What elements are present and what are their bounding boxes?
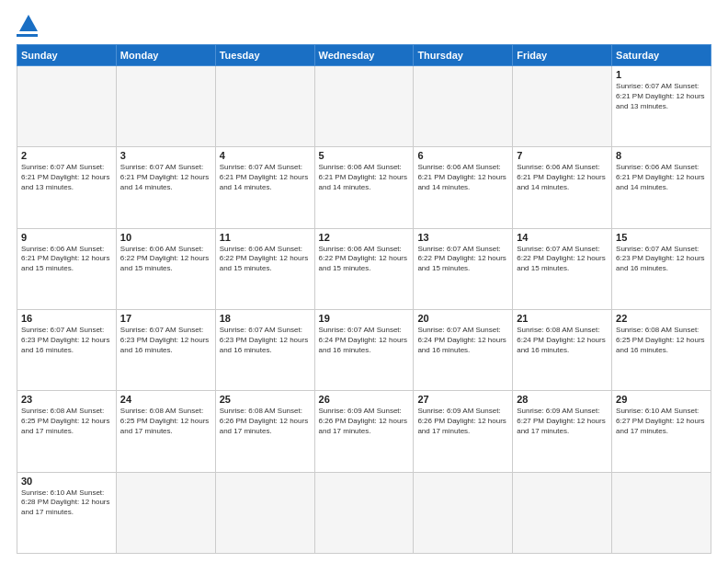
calendar-cell: 27Sunrise: 6:09 AM Sunset: 6:26 PM Dayli… (414, 391, 513, 472)
day-number: 21 (517, 313, 608, 324)
day-number: 16 (21, 313, 112, 324)
day-info: Sunrise: 6:08 AM Sunset: 6:25 PM Dayligh… (120, 407, 211, 436)
day-info: Sunrise: 6:08 AM Sunset: 6:26 PM Dayligh… (220, 407, 311, 436)
calendar-cell: 17Sunrise: 6:07 AM Sunset: 6:23 PM Dayli… (116, 309, 215, 390)
day-info: Sunrise: 6:07 AM Sunset: 6:24 PM Dayligh… (319, 326, 410, 355)
weekday-header-thursday: Thursday (414, 45, 513, 66)
day-info: Sunrise: 6:07 AM Sunset: 6:21 PM Dayligh… (120, 163, 211, 192)
logo (17, 15, 38, 37)
weekday-header-sunday: Sunday (17, 45, 117, 66)
calendar-cell: 24Sunrise: 6:08 AM Sunset: 6:25 PM Dayli… (116, 391, 215, 472)
calendar-cell: 30Sunrise: 6:10 AM Sunset: 6:28 PM Dayli… (17, 472, 117, 553)
week-row-6: 30Sunrise: 6:10 AM Sunset: 6:28 PM Dayli… (17, 472, 711, 553)
day-info: Sunrise: 6:07 AM Sunset: 6:23 PM Dayligh… (21, 326, 112, 355)
day-info: Sunrise: 6:07 AM Sunset: 6:21 PM Dayligh… (220, 163, 311, 192)
day-number: 9 (21, 232, 112, 243)
day-number: 6 (417, 150, 508, 161)
calendar-cell (414, 66, 513, 147)
calendar-cell: 13Sunrise: 6:07 AM Sunset: 6:22 PM Dayli… (414, 228, 513, 309)
day-number: 4 (220, 150, 311, 161)
day-info: Sunrise: 6:07 AM Sunset: 6:24 PM Dayligh… (417, 326, 508, 355)
calendar-cell: 2Sunrise: 6:07 AM Sunset: 6:21 PM Daylig… (17, 147, 117, 228)
calendar-cell: 10Sunrise: 6:06 AM Sunset: 6:22 PM Dayli… (116, 228, 215, 309)
day-info: Sunrise: 6:08 AM Sunset: 6:24 PM Dayligh… (517, 326, 608, 355)
week-row-5: 23Sunrise: 6:08 AM Sunset: 6:25 PM Dayli… (17, 391, 711, 472)
weekday-header-monday: Monday (116, 45, 215, 66)
page: SundayMondayTuesdayWednesdayThursdayFrid… (0, 0, 728, 563)
calendar-cell: 19Sunrise: 6:07 AM Sunset: 6:24 PM Dayli… (314, 309, 414, 390)
day-info: Sunrise: 6:07 AM Sunset: 6:22 PM Dayligh… (417, 245, 508, 274)
day-info: Sunrise: 6:10 AM Sunset: 6:28 PM Dayligh… (21, 488, 112, 518)
day-info: Sunrise: 6:09 AM Sunset: 6:26 PM Dayligh… (417, 407, 508, 436)
calendar-cell (116, 472, 215, 553)
calendar-cell (314, 472, 414, 553)
calendar-cell: 25Sunrise: 6:08 AM Sunset: 6:26 PM Dayli… (215, 391, 314, 472)
calendar-cell: 23Sunrise: 6:08 AM Sunset: 6:25 PM Dayli… (17, 391, 117, 472)
weekday-header-tuesday: Tuesday (215, 45, 314, 66)
calendar-cell: 29Sunrise: 6:10 AM Sunset: 6:27 PM Dayli… (612, 391, 711, 472)
day-number: 27 (417, 394, 508, 405)
calendar-cell (612, 472, 711, 553)
calendar-cell: 8Sunrise: 6:06 AM Sunset: 6:21 PM Daylig… (612, 147, 711, 228)
calendar-cell: 21Sunrise: 6:08 AM Sunset: 6:24 PM Dayli… (513, 309, 612, 390)
day-info: Sunrise: 6:06 AM Sunset: 6:21 PM Dayligh… (417, 163, 508, 192)
day-number: 1 (616, 69, 707, 80)
day-info: Sunrise: 6:07 AM Sunset: 6:21 PM Dayligh… (616, 82, 707, 111)
calendar-cell: 1Sunrise: 6:07 AM Sunset: 6:21 PM Daylig… (612, 66, 711, 147)
weekday-header-friday: Friday (513, 45, 612, 66)
calendar-cell: 22Sunrise: 6:08 AM Sunset: 6:25 PM Dayli… (612, 309, 711, 390)
calendar-cell (513, 472, 612, 553)
week-row-4: 16Sunrise: 6:07 AM Sunset: 6:23 PM Dayli… (17, 309, 711, 390)
day-number: 28 (517, 394, 608, 405)
calendar-cell: 4Sunrise: 6:07 AM Sunset: 6:21 PM Daylig… (215, 147, 314, 228)
week-row-2: 2Sunrise: 6:07 AM Sunset: 6:21 PM Daylig… (17, 147, 711, 228)
week-row-1: 1Sunrise: 6:07 AM Sunset: 6:21 PM Daylig… (17, 66, 711, 147)
calendar: SundayMondayTuesdayWednesdayThursdayFrid… (17, 44, 711, 554)
day-number: 23 (21, 394, 112, 405)
calendar-cell: 3Sunrise: 6:07 AM Sunset: 6:21 PM Daylig… (116, 147, 215, 228)
calendar-cell: 7Sunrise: 6:06 AM Sunset: 6:21 PM Daylig… (513, 147, 612, 228)
day-number: 12 (319, 232, 410, 243)
day-info: Sunrise: 6:08 AM Sunset: 6:25 PM Dayligh… (21, 407, 112, 436)
day-number: 29 (616, 394, 707, 405)
day-info: Sunrise: 6:07 AM Sunset: 6:23 PM Dayligh… (220, 326, 311, 355)
day-info: Sunrise: 6:06 AM Sunset: 6:22 PM Dayligh… (220, 245, 311, 274)
day-number: 25 (220, 394, 311, 405)
calendar-cell: 12Sunrise: 6:06 AM Sunset: 6:22 PM Dayli… (314, 228, 414, 309)
day-info: Sunrise: 6:07 AM Sunset: 6:23 PM Dayligh… (616, 245, 707, 274)
day-number: 19 (319, 313, 410, 324)
day-info: Sunrise: 6:08 AM Sunset: 6:25 PM Dayligh… (616, 326, 707, 355)
calendar-cell: 11Sunrise: 6:06 AM Sunset: 6:22 PM Dayli… (215, 228, 314, 309)
logo-text (17, 15, 38, 33)
day-number: 14 (517, 232, 608, 243)
calendar-cell (17, 66, 117, 147)
calendar-cell: 18Sunrise: 6:07 AM Sunset: 6:23 PM Dayli… (215, 309, 314, 390)
calendar-cell (414, 472, 513, 553)
calendar-cell: 16Sunrise: 6:07 AM Sunset: 6:23 PM Dayli… (17, 309, 117, 390)
logo-underline (17, 34, 38, 37)
day-info: Sunrise: 6:06 AM Sunset: 6:21 PM Dayligh… (319, 163, 410, 192)
day-info: Sunrise: 6:06 AM Sunset: 6:21 PM Dayligh… (616, 163, 707, 192)
day-info: Sunrise: 6:10 AM Sunset: 6:27 PM Dayligh… (616, 407, 707, 436)
day-info: Sunrise: 6:06 AM Sunset: 6:22 PM Dayligh… (319, 245, 410, 274)
day-number: 26 (319, 394, 410, 405)
day-number: 11 (220, 232, 311, 243)
day-info: Sunrise: 6:07 AM Sunset: 6:23 PM Dayligh… (120, 326, 211, 355)
day-number: 5 (319, 150, 410, 161)
day-number: 30 (21, 476, 112, 487)
day-number: 20 (417, 313, 508, 324)
calendar-cell (513, 66, 612, 147)
day-number: 13 (417, 232, 508, 243)
calendar-body: 1Sunrise: 6:07 AM Sunset: 6:21 PM Daylig… (17, 66, 711, 554)
calendar-cell: 14Sunrise: 6:07 AM Sunset: 6:22 PM Dayli… (513, 228, 612, 309)
day-info: Sunrise: 6:09 AM Sunset: 6:27 PM Dayligh… (517, 407, 608, 436)
day-number: 17 (120, 313, 211, 324)
calendar-cell: 28Sunrise: 6:09 AM Sunset: 6:27 PM Dayli… (513, 391, 612, 472)
calendar-cell (215, 66, 314, 147)
calendar-cell: 6Sunrise: 6:06 AM Sunset: 6:21 PM Daylig… (414, 147, 513, 228)
day-info: Sunrise: 6:06 AM Sunset: 6:21 PM Dayligh… (21, 245, 112, 274)
calendar-header: SundayMondayTuesdayWednesdayThursdayFrid… (17, 45, 711, 66)
weekday-row: SundayMondayTuesdayWednesdayThursdayFrid… (17, 45, 711, 66)
day-info: Sunrise: 6:06 AM Sunset: 6:22 PM Dayligh… (120, 245, 211, 274)
header (17, 15, 711, 37)
